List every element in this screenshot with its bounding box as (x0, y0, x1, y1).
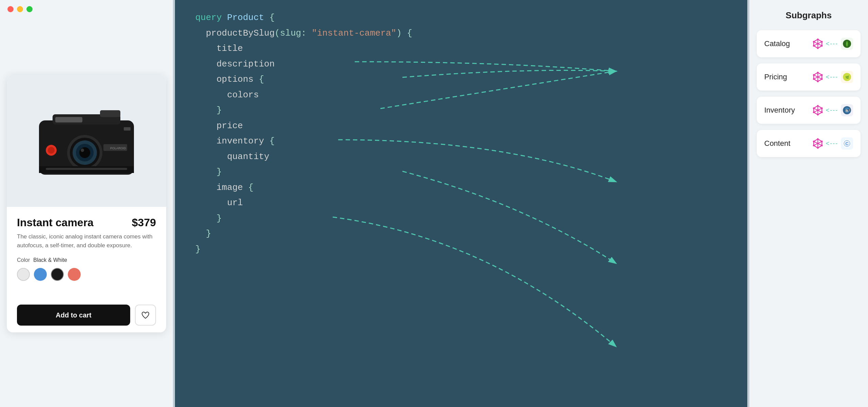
window-controls (7, 6, 33, 12)
svg-point-24 (817, 47, 818, 49)
subgraph-inventory[interactable]: Inventory <--- (757, 97, 861, 124)
svg-point-36 (813, 78, 814, 80)
code-line-16: } (195, 242, 412, 257)
product-actions: Add to cart (17, 305, 156, 326)
subgraph-inventory-name: Inventory (764, 106, 795, 115)
svg-rect-2 (100, 110, 120, 117)
svg-text:🌿: 🌿 (845, 75, 849, 79)
svg-rect-14 (46, 168, 127, 170)
svg-point-46 (821, 112, 823, 113)
subgraph-content-icons: <--- C (812, 137, 853, 150)
code-line-7: } (195, 103, 412, 118)
close-dot[interactable] (7, 6, 14, 12)
svg-point-21 (817, 39, 818, 40)
subgraph-content[interactable]: Content <--- C (757, 130, 861, 157)
code-line-4: description (195, 57, 412, 72)
swatch-blue[interactable] (34, 268, 47, 281)
graphql-icon-content (812, 138, 823, 149)
product-card: POLAROID Instant camera $379 The classic… (7, 75, 166, 332)
left-panel: POLAROID Instant camera $379 The classic… (0, 0, 173, 407)
wishlist-button[interactable] (135, 305, 156, 326)
graphql-icon-catalog (812, 38, 823, 49)
svg-point-45 (821, 108, 823, 109)
code-line-5: options { (195, 72, 412, 88)
code-line-6: colors (195, 88, 412, 103)
product-title: Instant camera (17, 216, 94, 229)
svg-point-37 (813, 74, 814, 76)
svg-text:POLAROID: POLAROID (110, 147, 126, 150)
service-icon-postgres: 🐘 (841, 104, 853, 116)
service-icon-apollo: C (841, 137, 853, 150)
svg-point-8 (81, 149, 84, 152)
minimize-dot[interactable] (17, 6, 23, 12)
code-block: query Product { productBySlug(slug: "ins… (195, 10, 412, 257)
svg-point-65 (813, 141, 814, 142)
code-line-9: inventory { (195, 134, 412, 149)
code-line-13: url (195, 195, 412, 211)
arrow-dots-inventory: <--- (826, 107, 839, 114)
svg-point-23 (821, 45, 823, 47)
subgraph-pricing-name: Pricing (764, 73, 787, 81)
arrow-dots-content: <--- (826, 140, 839, 147)
svg-point-62 (821, 145, 823, 147)
code-line-15: } (195, 226, 412, 242)
graphql-icon-pricing (812, 72, 823, 82)
service-icon-npm: 🌿 (841, 71, 853, 83)
subgraphs-panel: Subgraphs Catalog <--- (749, 0, 868, 407)
subgraph-catalog[interactable]: Catalog <--- (757, 30, 861, 57)
product-price: $379 (132, 216, 156, 229)
heart-icon (141, 311, 150, 319)
svg-point-34 (821, 78, 823, 80)
product-panel: POLAROID Instant camera $379 The classic… (0, 0, 173, 407)
svg-point-26 (813, 41, 814, 43)
svg-point-49 (813, 108, 814, 109)
svg-point-22 (821, 41, 823, 43)
code-line-11: } (195, 164, 412, 180)
product-image: POLAROID (32, 100, 141, 181)
svg-point-47 (817, 114, 818, 116)
svg-rect-16 (124, 127, 131, 131)
code-line-1: query Product { (195, 10, 412, 26)
product-description: The classic, iconic analog instant camer… (17, 232, 156, 250)
svg-point-48 (813, 112, 814, 113)
subgraph-pricing-icons: <--- 🌿 (812, 71, 853, 83)
arrow-dots-catalog: <--- (826, 40, 839, 47)
subgraph-pricing[interactable]: Pricing <--- 🌿 (757, 63, 861, 91)
svg-point-7 (79, 147, 90, 158)
code-line-14: } (195, 211, 412, 227)
subgraphs-title: Subgraphs (757, 10, 861, 21)
svg-point-32 (817, 72, 818, 74)
add-to-cart-button[interactable]: Add to cart (17, 305, 130, 326)
svg-point-64 (813, 145, 814, 147)
subgraph-content-name: Content (764, 139, 790, 148)
swatch-black[interactable] (51, 268, 64, 281)
code-line-3: title (195, 41, 412, 57)
color-label-row: Color Black & White (17, 257, 156, 263)
maximize-dot[interactable] (26, 6, 33, 12)
swatch-coral[interactable] (68, 268, 81, 281)
code-line-12: image { (195, 180, 412, 196)
code-line-8: price (195, 118, 412, 134)
product-title-row: Instant camera $379 (17, 216, 156, 229)
color-swatches (17, 268, 156, 281)
color-value: Black & White (33, 257, 67, 263)
svg-point-61 (821, 141, 823, 142)
code-panel: query Product { productBySlug(slug: "ins… (175, 0, 747, 407)
color-label: Color (17, 257, 30, 263)
product-info: Instant camera $379 The classic, iconic … (7, 207, 166, 332)
swatch-white[interactable] (17, 268, 30, 281)
svg-rect-11 (55, 117, 82, 122)
code-line-2: productBySlug(slug: "instant-camera") { (195, 26, 412, 41)
subgraph-catalog-icons: <--- (812, 38, 853, 50)
svg-point-33 (821, 74, 823, 76)
subgraph-catalog-name: Catalog (764, 39, 790, 48)
svg-text:C: C (845, 141, 849, 146)
svg-point-10 (48, 147, 55, 154)
graphql-icon-inventory (812, 105, 823, 116)
code-line-10: quantity (195, 149, 412, 165)
subgraph-inventory-icons: <--- 🐘 (812, 104, 853, 116)
svg-point-60 (817, 138, 818, 140)
product-image-area: POLAROID (7, 75, 166, 207)
svg-point-44 (817, 105, 818, 107)
svg-text:🐘: 🐘 (845, 109, 849, 112)
